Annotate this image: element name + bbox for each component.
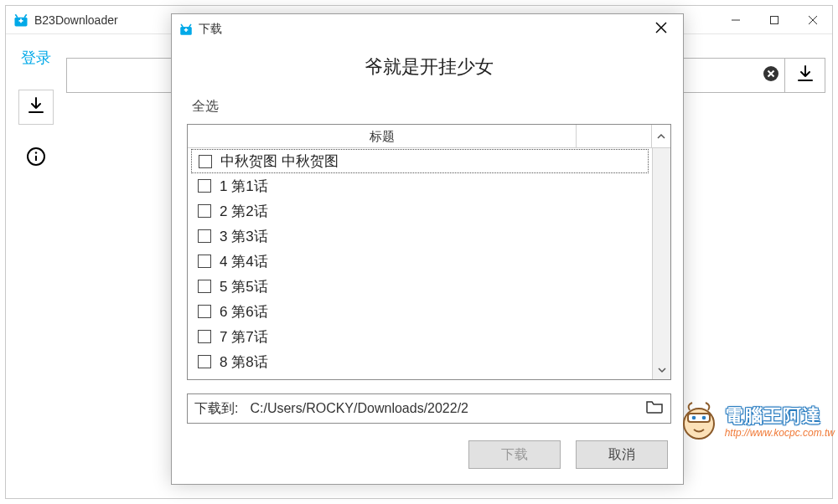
select-all-link[interactable]: 全选 bbox=[192, 98, 671, 116]
path-label: 下载到: bbox=[194, 400, 238, 418]
list-item-label: 3 第3话 bbox=[220, 227, 268, 246]
list-item-label: 4 第4话 bbox=[220, 252, 268, 271]
list-item-label: 6 第6话 bbox=[220, 302, 268, 321]
dialog-titlebar: 下载 bbox=[172, 14, 683, 44]
dialog-title: 下载 bbox=[199, 22, 222, 37]
minimize-button[interactable] bbox=[716, 6, 755, 34]
episode-list: 标题 中秋贺图 中秋贺图1 第1话2 第2话3 第3话4 第4话5 第5话6 第… bbox=[187, 124, 671, 380]
maximize-button[interactable] bbox=[755, 6, 794, 34]
scrollbar[interactable] bbox=[652, 148, 670, 379]
svg-rect-2 bbox=[771, 16, 779, 23]
list-item[interactable]: 5 第5话 bbox=[188, 274, 652, 299]
list-item[interactable]: 1 第1话 bbox=[188, 173, 652, 198]
list-body: 中秋贺图 中秋贺图1 第1话2 第2话3 第3话4 第4话5 第5话6 第6话7… bbox=[188, 148, 670, 379]
svg-point-16 bbox=[691, 416, 696, 420]
list-item[interactable]: 7 第7话 bbox=[188, 324, 652, 349]
submit-download-button[interactable] bbox=[784, 59, 825, 92]
svg-point-7 bbox=[35, 152, 37, 153]
watermark-url: http://www.kocpc.com.tw bbox=[725, 427, 835, 439]
scroll-up-button[interactable] bbox=[652, 125, 670, 147]
login-link[interactable]: 登录 bbox=[21, 48, 51, 68]
close-button[interactable] bbox=[794, 6, 832, 34]
dialog-buttons: 下载 取消 bbox=[187, 440, 671, 469]
checkbox[interactable] bbox=[198, 204, 211, 218]
list-item-label: 7 第7话 bbox=[220, 327, 268, 347]
download-path-row: 下载到: C:/Users/ROCKY/Downloads/2022/2 bbox=[187, 393, 671, 424]
watermark-title: 電腦王阿達 bbox=[725, 404, 835, 429]
close-icon bbox=[655, 22, 667, 37]
checkbox[interactable] bbox=[198, 355, 211, 368]
download-icon bbox=[26, 95, 46, 119]
list-item[interactable]: 2 第2话 bbox=[188, 198, 652, 224]
list-item-label: 2 第2话 bbox=[220, 202, 268, 221]
app-icon bbox=[178, 22, 194, 37]
path-value: C:/Users/ROCKY/Downloads/2022/2 bbox=[250, 401, 468, 416]
info-icon bbox=[26, 147, 46, 170]
left-sidebar: 登录 bbox=[6, 34, 66, 498]
info-button[interactable] bbox=[24, 147, 48, 170]
checkbox[interactable] bbox=[198, 305, 211, 318]
watermark-text-block: 電腦王阿達 http://www.kocpc.com.tw bbox=[725, 404, 835, 439]
column-header-blank[interactable] bbox=[577, 125, 652, 147]
checkbox[interactable] bbox=[198, 179, 211, 193]
svg-rect-15 bbox=[688, 414, 710, 422]
list-item[interactable]: 4 第4话 bbox=[188, 249, 652, 274]
checkbox[interactable] bbox=[198, 280, 211, 293]
list-header: 标题 bbox=[188, 125, 670, 148]
list-item-label: 中秋贺图 中秋贺图 bbox=[220, 152, 339, 171]
app-title: B23Downloader bbox=[34, 13, 118, 27]
list-item-label: 5 第5话 bbox=[220, 277, 268, 296]
list-item-label: 1 第1话 bbox=[220, 177, 268, 196]
dialog-close-button[interactable] bbox=[643, 17, 680, 42]
checkbox[interactable] bbox=[198, 330, 211, 343]
dialog-content: 爷就是开挂少女 全选 标题 中秋贺图 中秋贺图1 第1话2 第2话3 第3话4 … bbox=[172, 44, 683, 484]
chevron-down-icon bbox=[658, 363, 666, 378]
column-header-title[interactable]: 标题 bbox=[188, 125, 577, 147]
window-controls bbox=[716, 6, 832, 34]
browse-folder-button[interactable] bbox=[645, 399, 664, 418]
content-title: 爷就是开挂少女 bbox=[187, 54, 671, 80]
download-button[interactable]: 下载 bbox=[468, 440, 561, 469]
rows-container: 中秋贺图 中秋贺图1 第1话2 第2话3 第3话4 第4话5 第5话6 第6话7… bbox=[188, 148, 652, 379]
scroll-down-button[interactable] bbox=[653, 361, 670, 379]
clear-input-button[interactable] bbox=[758, 62, 784, 89]
scrollbar-track[interactable] bbox=[653, 148, 670, 361]
checkbox[interactable] bbox=[198, 255, 211, 268]
list-item[interactable]: 中秋贺图 中秋贺图 bbox=[191, 149, 649, 173]
clear-icon bbox=[763, 65, 779, 85]
download-icon bbox=[795, 64, 815, 87]
mascot-icon bbox=[678, 400, 720, 442]
list-item[interactable]: 6 第6话 bbox=[188, 299, 652, 324]
list-item[interactable]: 8 第8话 bbox=[188, 349, 652, 374]
app-icon bbox=[13, 12, 29, 28]
cancel-button[interactable]: 取消 bbox=[576, 440, 668, 469]
watermark: 電腦王阿達 http://www.kocpc.com.tw bbox=[678, 400, 835, 442]
list-item[interactable]: 3 第3话 bbox=[188, 224, 652, 249]
svg-point-17 bbox=[701, 416, 706, 420]
chevron-up-icon bbox=[657, 129, 665, 144]
list-item-label: 8 第8话 bbox=[220, 352, 268, 372]
download-dialog: 下载 爷就是开挂少女 全选 标题 中秋贺图 中秋贺图1 第1话2 第2话3 第3… bbox=[171, 13, 684, 485]
folder-icon bbox=[645, 399, 664, 418]
checkbox[interactable] bbox=[199, 155, 212, 168]
checkbox[interactable] bbox=[198, 229, 211, 243]
downloads-button[interactable] bbox=[18, 90, 54, 125]
